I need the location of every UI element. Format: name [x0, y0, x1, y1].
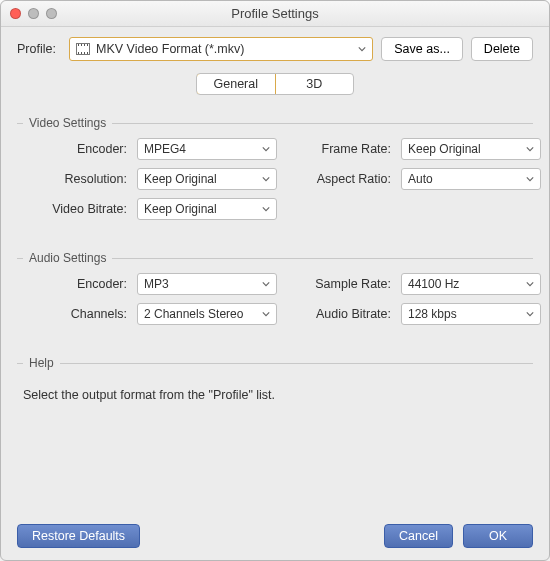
tab-general[interactable]: General	[196, 73, 276, 95]
audio-encoder-value: MP3	[144, 277, 169, 291]
help-legend: Help	[23, 356, 60, 370]
chevron-down-icon	[262, 202, 270, 216]
window-title: Profile Settings	[231, 6, 318, 21]
channels-label: Channels:	[17, 307, 129, 321]
video-settings-group: Video Settings Encoder: MPEG4 Frame Rate…	[17, 123, 533, 220]
help-group: Help Select the output format from the "…	[17, 363, 533, 402]
audio-settings-legend: Audio Settings	[23, 251, 112, 265]
resolution-value: Keep Original	[144, 172, 217, 186]
profile-value: MKV Video Format (*.mkv)	[96, 42, 244, 56]
frame-rate-value: Keep Original	[408, 142, 481, 156]
mkv-file-icon	[76, 43, 90, 55]
audio-bitrate-value: 128 kbps	[408, 307, 457, 321]
maximize-icon[interactable]	[46, 8, 57, 19]
profile-settings-window: Profile Settings Profile: MKV Video Form…	[0, 0, 550, 561]
aspect-ratio-select[interactable]: Auto	[401, 168, 541, 190]
frame-rate-select[interactable]: Keep Original	[401, 138, 541, 160]
minimize-icon[interactable]	[28, 8, 39, 19]
window-controls	[10, 8, 57, 19]
profile-label: Profile:	[17, 42, 61, 56]
close-icon[interactable]	[10, 8, 21, 19]
help-text: Select the output format from the "Profi…	[17, 388, 533, 402]
aspect-ratio-value: Auto	[408, 172, 433, 186]
audio-bitrate-label: Audio Bitrate:	[285, 307, 393, 321]
aspect-ratio-label: Aspect Ratio:	[285, 172, 393, 186]
restore-defaults-button[interactable]: Restore Defaults	[17, 524, 140, 548]
ok-button[interactable]: OK	[463, 524, 533, 548]
sample-rate-label: Sample Rate:	[285, 277, 393, 291]
chevron-down-icon	[526, 307, 534, 321]
video-bitrate-label: Video Bitrate:	[17, 202, 129, 216]
video-bitrate-select[interactable]: Keep Original	[137, 198, 277, 220]
video-settings-legend: Video Settings	[23, 116, 112, 130]
encoder-label: Encoder:	[17, 142, 129, 156]
audio-settings-group: Audio Settings Encoder: MP3 Sample Rate:…	[17, 258, 533, 325]
audio-encoder-select[interactable]: MP3	[137, 273, 277, 295]
channels-select[interactable]: 2 Channels Stereo	[137, 303, 277, 325]
cancel-button[interactable]: Cancel	[384, 524, 453, 548]
sample-rate-select[interactable]: 44100 Hz	[401, 273, 541, 295]
chevron-down-icon	[262, 307, 270, 321]
delete-button[interactable]: Delete	[471, 37, 533, 61]
chevron-down-icon	[262, 172, 270, 186]
chevron-down-icon	[262, 277, 270, 291]
tabs: General 3D	[196, 73, 354, 95]
content-area: Profile: MKV Video Format (*.mkv) Save a…	[1, 27, 549, 560]
footer: Restore Defaults Cancel OK	[17, 514, 533, 548]
profile-row: Profile: MKV Video Format (*.mkv) Save a…	[17, 37, 533, 61]
video-encoder-select[interactable]: MPEG4	[137, 138, 277, 160]
audio-bitrate-select[interactable]: 128 kbps	[401, 303, 541, 325]
resolution-label: Resolution:	[17, 172, 129, 186]
profile-select[interactable]: MKV Video Format (*.mkv)	[69, 37, 373, 61]
channels-value: 2 Channels Stereo	[144, 307, 243, 321]
titlebar: Profile Settings	[1, 1, 549, 27]
audio-encoder-label: Encoder:	[17, 277, 129, 291]
video-encoder-value: MPEG4	[144, 142, 186, 156]
save-as-button[interactable]: Save as...	[381, 37, 463, 61]
video-bitrate-value: Keep Original	[144, 202, 217, 216]
chevron-down-icon	[262, 142, 270, 156]
chevron-down-icon	[526, 277, 534, 291]
chevron-down-icon	[526, 142, 534, 156]
frame-rate-label: Frame Rate:	[285, 142, 393, 156]
sample-rate-value: 44100 Hz	[408, 277, 459, 291]
chevron-down-icon	[526, 172, 534, 186]
resolution-select[interactable]: Keep Original	[137, 168, 277, 190]
tab-3d[interactable]: 3D	[275, 74, 354, 94]
chevron-down-icon	[358, 42, 366, 56]
